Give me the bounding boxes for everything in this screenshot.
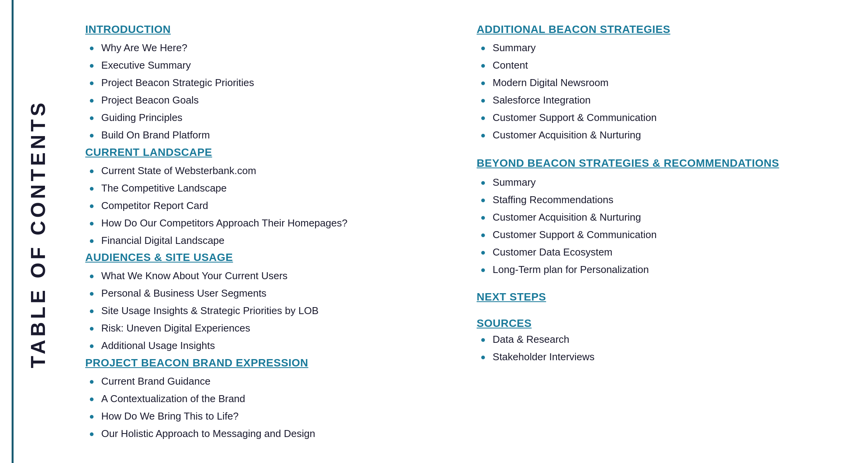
section-brand-expression-list: Current Brand Guidance A Contextualizati… (89, 375, 446, 441)
section-next-steps: NEXT STEPS (477, 291, 837, 303)
list-item[interactable]: Content (480, 59, 837, 72)
list-item[interactable]: Guiding Principles (89, 111, 446, 124)
list-item[interactable]: Stakeholder Interviews (480, 350, 837, 364)
list-item[interactable]: Build On Brand Platform (89, 128, 446, 142)
sidebar: TABLE OF CONTENTS (12, 0, 62, 463)
section-sources: SOURCES Data & Research Stakeholder Inte… (477, 317, 837, 364)
section-current-landscape: CURRENT LANDSCAPE Current State of Webst… (85, 146, 446, 247)
sources-link[interactable]: SOURCES (477, 317, 837, 330)
list-item[interactable]: Project Beacon Strategic Priorities (89, 76, 446, 90)
list-item[interactable]: Summary (480, 41, 837, 55)
list-item[interactable]: Risk: Uneven Digital Experiences (89, 321, 446, 335)
list-item[interactable]: Project Beacon Goals (89, 93, 446, 107)
list-item[interactable]: Customer Support & Communication (480, 111, 837, 124)
list-item[interactable]: A Contextualization of the Brand (89, 392, 446, 406)
list-item[interactable]: Salesforce Integration (480, 93, 837, 107)
section-audiences-list: What We Know About Your Current Users Pe… (89, 269, 446, 352)
list-item[interactable]: Financial Digital Landscape (89, 234, 446, 247)
list-item[interactable]: Customer Acquisition & Nurturing (480, 211, 837, 224)
section-current-landscape-list: Current State of Websterbank.com The Com… (89, 164, 446, 247)
section-heading-introduction[interactable]: INTRODUCTION (85, 23, 446, 36)
section-heading-brand-expression[interactable]: PROJECT BEACON BRAND EXPRESSION (85, 357, 446, 369)
list-item[interactable]: How Do We Bring This to Life? (89, 409, 446, 423)
section-introduction: INTRODUCTION Why Are We Here? Executive … (85, 23, 446, 142)
section-heading-audiences[interactable]: AUDIENCES & SITE USAGE (85, 251, 446, 264)
list-item[interactable]: Our Holistic Approach to Messaging and D… (89, 427, 446, 441)
list-item[interactable]: Why Are We Here? (89, 41, 446, 55)
list-item[interactable]: Customer Acquisition & Nurturing (480, 128, 837, 142)
list-item[interactable]: How Do Our Competitors Approach Their Ho… (89, 216, 446, 230)
section-heading-additional-beacon[interactable]: ADDITIONAL BEACON STRATEGIES (477, 23, 837, 36)
list-item[interactable]: Data & Research (480, 333, 837, 346)
list-item[interactable]: Modern Digital Newsroom (480, 76, 837, 90)
section-introduction-list: Why Are We Here? Executive Summary Proje… (89, 41, 446, 142)
section-heading-current-landscape[interactable]: CURRENT LANDSCAPE (85, 146, 446, 159)
list-item[interactable]: Customer Support & Communication (480, 228, 837, 242)
content-area: INTRODUCTION Why Are We Here? Executive … (62, 0, 868, 463)
list-item[interactable]: Site Usage Insights & Strategic Prioriti… (89, 304, 446, 318)
list-item[interactable]: Customer Data Ecosystem (480, 245, 837, 259)
sidebar-title: TABLE OF CONTENTS (26, 100, 50, 368)
list-item[interactable]: Summary (480, 176, 837, 189)
section-sources-list: Data & Research Stakeholder Interviews (480, 333, 837, 364)
list-item[interactable]: Executive Summary (89, 59, 446, 72)
list-item[interactable]: Long-Term plan for Personalization (480, 263, 837, 276)
right-column: ADDITIONAL BEACON STRATEGIES Summary Con… (477, 23, 837, 444)
left-column: INTRODUCTION Why Are We Here? Executive … (85, 23, 446, 444)
section-brand-expression: PROJECT BEACON BRAND EXPRESSION Current … (85, 357, 446, 441)
section-heading-beyond-beacon[interactable]: BEYOND BEACON STRATEGIES & RECOMMENDATIO… (477, 156, 837, 170)
list-item[interactable]: Additional Usage Insights (89, 339, 446, 352)
list-item[interactable]: Current State of Websterbank.com (89, 164, 446, 178)
list-item[interactable]: Staffing Recommendations (480, 193, 837, 207)
section-beyond-beacon-list: Summary Staffing Recommendations Custome… (480, 176, 837, 277)
list-item[interactable]: Current Brand Guidance (89, 375, 446, 388)
section-additional-beacon: ADDITIONAL BEACON STRATEGIES Summary Con… (477, 23, 837, 142)
list-item[interactable]: Competitor Report Card (89, 199, 446, 212)
list-item[interactable]: What We Know About Your Current Users (89, 269, 446, 283)
page-wrapper: TABLE OF CONTENTS INTRODUCTION Why Are W… (0, 0, 868, 463)
section-audiences: AUDIENCES & SITE USAGE What We Know Abou… (85, 251, 446, 352)
section-additional-beacon-list: Summary Content Modern Digital Newsroom … (480, 41, 837, 142)
list-item[interactable]: The Competitive Landscape (89, 181, 446, 195)
section-beyond-beacon: BEYOND BEACON STRATEGIES & RECOMMENDATIO… (477, 156, 837, 277)
next-steps-link[interactable]: NEXT STEPS (477, 291, 837, 303)
list-item[interactable]: Personal & Business User Segments (89, 287, 446, 300)
